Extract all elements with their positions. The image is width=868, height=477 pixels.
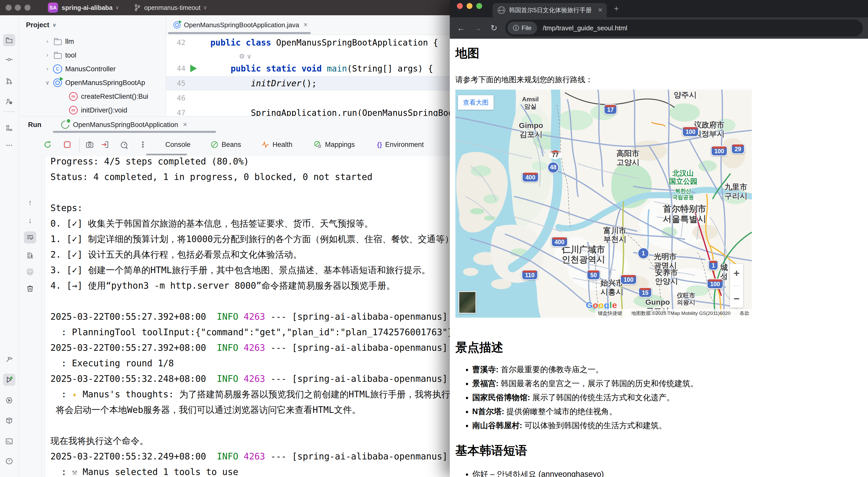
map-attribution-item[interactable]: 键盘快捷键 — [598, 310, 622, 317]
exit-icon[interactable] — [101, 140, 109, 149]
back-icon[interactable]: ← — [457, 24, 465, 33]
console-line: : ✦ Manus's thoughts: 为了搭建简易服务器以预览我们之前创建… — [51, 387, 450, 402]
terminal-tool-icon[interactable] — [3, 435, 15, 447]
url-bar[interactable]: ⓘ File /tmp/travel_guide_seoul.html — [505, 20, 863, 36]
tree-chevron-icon[interactable]: › — [44, 52, 51, 59]
kebab-menu-icon[interactable]: ⋮ — [139, 140, 147, 150]
mappings-icon — [314, 140, 322, 149]
window-minimize-button[interactable] — [15, 5, 21, 11]
tree-chevron-icon[interactable]: ∨ — [44, 80, 51, 86]
services-tool-icon[interactable] — [3, 415, 15, 427]
window-close-button[interactable] — [6, 5, 12, 11]
run-line-icon[interactable] — [190, 65, 197, 72]
project-tool-icon[interactable] — [3, 34, 15, 46]
file-scheme-chip[interactable]: ⓘ File — [507, 22, 537, 34]
map-city-label: 양주시 — [674, 90, 696, 99]
tree-row[interactable]: › ManusController — [19, 62, 165, 76]
console-line: 2025-03-22T00:55:32.248+08:00 INFO 4263 … — [51, 371, 450, 387]
close-icon[interactable]: ✕ — [183, 121, 187, 128]
google-logo-letter: o — [593, 300, 598, 310]
run-tool-icon[interactable] — [3, 374, 15, 386]
map-city-label: 북한산국립공원 — [672, 188, 694, 200]
git-tool-icon[interactable] — [3, 474, 15, 477]
browser-window: 韩国首尔5日文化体验旅行手册 ✕ + ← → ↻ ⓘ File /tmp/tra… — [450, 0, 868, 477]
attractions-list: 曹溪寺: 首尔最重要的佛教寺庙之一。 景福宫: 韩国最著名的皇宫之一，展示了韩国… — [455, 364, 862, 431]
tree-row[interactable]: ∨ OpenManusSpringBootAp — [19, 76, 165, 90]
build-tool-icon[interactable] — [3, 354, 15, 366]
up-arrow-icon[interactable]: ↑ — [24, 196, 36, 209]
tab-environment[interactable]: {} Environment — [377, 141, 424, 149]
close-icon[interactable]: ✕ — [303, 22, 308, 28]
soft-wrap-icon[interactable] — [24, 231, 36, 244]
forward-icon[interactable]: → — [474, 24, 482, 33]
tab-health[interactable]: Health — [261, 140, 292, 149]
tree-row[interactable]: initDriver():void — [19, 103, 165, 117]
tree-row[interactable]: › tool — [19, 49, 165, 62]
tab-mappings[interactable]: Mappings — [314, 140, 355, 149]
code-text: ⚙ ∨ — [202, 51, 252, 61]
more-tools-icon[interactable] — [3, 139, 15, 152]
map-embed[interactable]: Amsil암실 Gimpo김포시 양주시 议政府市의정부시 — [455, 90, 752, 318]
tab-beans[interactable]: Beans — [210, 140, 241, 149]
ai-assistant-icon[interactable]: ? — [3, 95, 15, 108]
close-icon[interactable]: ✕ — [598, 7, 602, 13]
tree-chevron-icon[interactable]: › — [44, 38, 51, 45]
tab-console[interactable]: Console — [165, 141, 190, 149]
route-shield: 100 — [707, 279, 723, 289]
map-city-label: Gimpo김포시 — [519, 121, 543, 139]
thread-dump-icon[interactable] — [85, 140, 94, 149]
run-config-selector[interactable]: openmanus-timeout ∨ — [133, 4, 207, 11]
phrase-item: 你好 – 안녕하세요 (annyeonghaseyo) — [472, 469, 862, 477]
console-output[interactable]: Progress: 4/5 steps completed (80.0%)Sta… — [46, 156, 450, 477]
clear-console-icon[interactable] — [24, 282, 36, 294]
tree-chevron-icon[interactable]: › — [44, 66, 51, 72]
phrases-list: 你好 – 안녕하세요 (annyeonghaseyo) 谢谢 – 감사합니다 (… — [455, 469, 862, 477]
bean-icon — [210, 140, 219, 149]
chevron-down-icon[interactable]: ∨ — [115, 4, 119, 11]
new-tab-button[interactable]: + — [614, 4, 619, 13]
window-zoom-button[interactable] — [25, 5, 31, 11]
tree-item-icon — [53, 37, 62, 46]
gauge-icon[interactable] — [120, 140, 128, 149]
project-name[interactable]: spring-ai-alibaba — [62, 4, 113, 11]
project-panel-header[interactable]: Project ∨ — [19, 15, 165, 35]
url-text[interactable]: /tmp/travel_guide_seoul.html — [543, 24, 627, 32]
google-logo-letter: l — [610, 300, 612, 310]
gear-inlay-icon[interactable]: ⚙ ∨ — [239, 53, 252, 60]
tree-row[interactable]: createRestClient():Bui — [19, 90, 165, 103]
editor-gutter[interactable] — [185, 65, 202, 72]
scroll-to-end-icon[interactable] — [24, 249, 36, 261]
editor-tab[interactable]: OpenManusSpringBootApplication.java ✕ — [173, 21, 308, 29]
structure-tool-icon[interactable] — [3, 122, 15, 134]
debug-tool-icon[interactable] — [3, 394, 15, 407]
map-attribution-item[interactable]: 条款 — [740, 310, 749, 317]
google-logo-letter: G — [586, 300, 593, 310]
window-close-button[interactable] — [457, 3, 463, 9]
tree-row[interactable]: › llm — [19, 35, 165, 49]
route-shield: 17 — [603, 104, 617, 115]
rerun-button[interactable] — [43, 140, 52, 149]
pull-requests-icon[interactable] — [3, 75, 15, 87]
print-icon[interactable] — [24, 266, 36, 278]
reload-icon[interactable]: ↻ — [491, 23, 497, 33]
problems-tool-icon[interactable] — [3, 455, 15, 467]
zoom-in-button[interactable]: + — [734, 267, 739, 279]
console-line — [51, 185, 450, 200]
map-attribution-item[interactable]: 地图数据 ©2025 TMap Mobility GS(2011)6020 — [631, 310, 731, 317]
stop-button[interactable] — [63, 140, 71, 149]
down-arrow-icon[interactable]: ↓ — [24, 214, 36, 226]
zoom-out-button[interactable]: − — [734, 293, 739, 305]
console-line: : ⚒ Manus selected 1 tools to use — [51, 464, 450, 477]
satellite-layer-thumbnail[interactable] — [459, 291, 476, 314]
browser-tab[interactable]: 韩国首尔5日文化体验旅行手册 ✕ — [493, 3, 607, 17]
window-zoom-button[interactable] — [476, 3, 482, 9]
console-line — [51, 293, 450, 309]
view-larger-map-link[interactable]: 查看大图 — [458, 95, 494, 110]
run-config-tab[interactable]: OpenManusSpringBootApplication ✕ — [61, 121, 187, 129]
route-shield: 48 — [547, 162, 559, 173]
window-minimize-button[interactable] — [467, 3, 472, 9]
run-tab-underline — [53, 131, 216, 133]
screen: SA spring-ai-alibaba ∨ openmanus-timeout… — [0, 0, 868, 477]
commit-tool-icon[interactable] — [3, 54, 15, 66]
route-shield: 400 — [522, 172, 539, 183]
